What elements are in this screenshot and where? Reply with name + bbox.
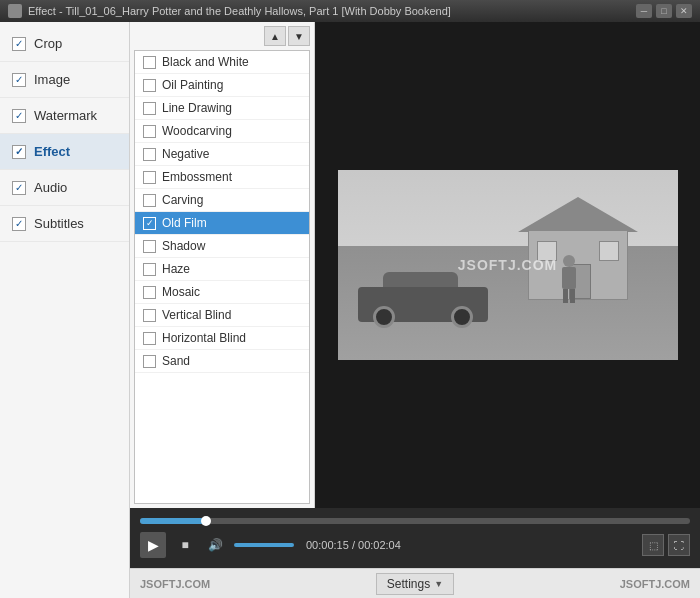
person-leg-right bbox=[570, 289, 575, 303]
scroll-up-button[interactable]: ▲ bbox=[264, 26, 286, 46]
carving-checkbox[interactable] bbox=[143, 194, 156, 207]
effect-item-black-white[interactable]: Black and White bbox=[135, 51, 309, 74]
old-film-checkbox[interactable] bbox=[143, 217, 156, 230]
effect-label-old-film: Old Film bbox=[162, 216, 207, 230]
play-button[interactable]: ▶ bbox=[140, 532, 166, 558]
volume-icon[interactable]: 🔊 bbox=[204, 534, 226, 556]
mosaic-checkbox[interactable] bbox=[143, 286, 156, 299]
effect-label-line-drawing: Line Drawing bbox=[162, 101, 232, 115]
sidebar-item-image[interactable]: Image bbox=[0, 62, 129, 98]
effect-list[interactable]: Black and White Oil Painting Line Drawin… bbox=[134, 50, 310, 504]
effect-item-vertical-blind[interactable]: Vertical Blind bbox=[135, 304, 309, 327]
fullscreen-button[interactable]: ⛶ bbox=[668, 534, 690, 556]
person-leg-left bbox=[563, 289, 568, 303]
bottom-controls: ▶ ■ 🔊 00:00:15 / 00:02:04 ⬚ ⛶ bbox=[130, 508, 700, 568]
sand-checkbox[interactable] bbox=[143, 355, 156, 368]
crop-checkbox[interactable] bbox=[12, 37, 26, 51]
sidebar-item-subtitles[interactable]: Subtitles bbox=[0, 206, 129, 242]
panel-header: ▲ ▼ bbox=[134, 26, 310, 46]
top-section: ▲ ▼ Black and White Oil Painting bbox=[130, 22, 700, 508]
negative-checkbox[interactable] bbox=[143, 148, 156, 161]
sidebar-item-crop[interactable]: Crop bbox=[0, 26, 129, 62]
shadow-checkbox[interactable] bbox=[143, 240, 156, 253]
sidebar-label-image: Image bbox=[34, 72, 70, 87]
effect-item-carving[interactable]: Carving bbox=[135, 189, 309, 212]
footer-watermark-left: JSOFTJ.COM bbox=[140, 578, 210, 590]
audio-checkbox[interactable] bbox=[12, 181, 26, 195]
title-bar: Effect - Till_01_06_Harry Potter and the… bbox=[0, 0, 700, 22]
sidebar-item-watermark[interactable]: Watermark bbox=[0, 98, 129, 134]
main-layout: Crop Image Watermark Effect Audio Subtit… bbox=[0, 22, 700, 598]
house bbox=[518, 200, 638, 300]
scroll-down-button[interactable]: ▼ bbox=[288, 26, 310, 46]
effect-label-embossment: Embossment bbox=[162, 170, 232, 184]
house-body bbox=[528, 230, 628, 300]
effect-item-woodcarving[interactable]: Woodcarving bbox=[135, 120, 309, 143]
woodcarving-checkbox[interactable] bbox=[143, 125, 156, 138]
maximize-button[interactable]: □ bbox=[656, 4, 672, 18]
effect-item-horizontal-blind[interactable]: Horizontal Blind bbox=[135, 327, 309, 350]
person-head bbox=[563, 255, 575, 267]
sidebar-label-audio: Audio bbox=[34, 180, 67, 195]
black-white-checkbox[interactable] bbox=[143, 56, 156, 69]
house-window-left bbox=[537, 241, 557, 261]
progress-fill bbox=[140, 518, 206, 524]
effect-item-old-film[interactable]: Old Film bbox=[135, 212, 309, 235]
effect-checkbox[interactable] bbox=[12, 145, 26, 159]
effect-label-oil-painting: Oil Painting bbox=[162, 78, 223, 92]
house-roof bbox=[518, 197, 638, 232]
sidebar-label-subtitles: Subtitles bbox=[34, 216, 84, 231]
effect-label-black-white: Black and White bbox=[162, 55, 249, 69]
video-preview: JSOFTJ.COM bbox=[315, 22, 700, 508]
effect-item-negative[interactable]: Negative bbox=[135, 143, 309, 166]
sidebar-label-effect: Effect bbox=[34, 144, 70, 159]
sidebar-item-audio[interactable]: Audio bbox=[0, 170, 129, 206]
effect-item-sand[interactable]: Sand bbox=[135, 350, 309, 373]
effect-item-line-drawing[interactable]: Line Drawing bbox=[135, 97, 309, 120]
close-button[interactable]: ✕ bbox=[676, 4, 692, 18]
effect-item-shadow[interactable]: Shadow bbox=[135, 235, 309, 258]
progress-bar[interactable] bbox=[140, 518, 690, 524]
effect-label-shadow: Shadow bbox=[162, 239, 205, 253]
person bbox=[560, 255, 578, 300]
progress-thumb[interactable] bbox=[201, 516, 211, 526]
sidebar-label-watermark: Watermark bbox=[34, 108, 97, 123]
volume-slider[interactable] bbox=[234, 543, 294, 547]
oil-painting-checkbox[interactable] bbox=[143, 79, 156, 92]
minimize-button[interactable]: ─ bbox=[636, 4, 652, 18]
horizontal-blind-checkbox[interactable] bbox=[143, 332, 156, 345]
footer-bar: JSOFTJ.COM Settings ▼ JSOFTJ.COM bbox=[130, 568, 700, 598]
settings-button[interactable]: Settings ▼ bbox=[376, 573, 454, 595]
effect-panel: ▲ ▼ Black and White Oil Painting bbox=[130, 22, 315, 508]
effect-label-carving: Carving bbox=[162, 193, 203, 207]
line-drawing-checkbox[interactable] bbox=[143, 102, 156, 115]
car bbox=[358, 277, 488, 322]
footer-watermark-right: JSOFTJ.COM bbox=[620, 578, 690, 590]
sidebar-item-effect[interactable]: Effect bbox=[0, 134, 129, 170]
video-area: JSOFTJ.COM bbox=[315, 22, 700, 508]
effect-label-negative: Negative bbox=[162, 147, 209, 161]
effect-item-oil-painting[interactable]: Oil Painting bbox=[135, 74, 309, 97]
content-area: ▲ ▼ Black and White Oil Painting bbox=[130, 22, 700, 598]
image-checkbox[interactable] bbox=[12, 73, 26, 87]
settings-arrow-icon: ▼ bbox=[434, 579, 443, 589]
sidebar-label-crop: Crop bbox=[34, 36, 62, 51]
effect-item-embossment[interactable]: Embossment bbox=[135, 166, 309, 189]
playback-controls: ▶ ■ 🔊 00:00:15 / 00:02:04 ⬚ ⛶ bbox=[140, 532, 690, 558]
effect-item-haze[interactable]: Haze bbox=[135, 258, 309, 281]
haze-checkbox[interactable] bbox=[143, 263, 156, 276]
effect-label-sand: Sand bbox=[162, 354, 190, 368]
person-legs bbox=[560, 289, 578, 303]
aspect-button[interactable]: ⬚ bbox=[642, 534, 664, 556]
car-wheel-front bbox=[373, 306, 395, 328]
subtitles-checkbox[interactable] bbox=[12, 217, 26, 231]
vertical-blind-checkbox[interactable] bbox=[143, 309, 156, 322]
settings-label: Settings bbox=[387, 577, 430, 591]
effect-label-vertical-blind: Vertical Blind bbox=[162, 308, 231, 322]
car-wheel-rear bbox=[451, 306, 473, 328]
time-display: 00:00:15 / 00:02:04 bbox=[306, 539, 401, 551]
embossment-checkbox[interactable] bbox=[143, 171, 156, 184]
watermark-checkbox[interactable] bbox=[12, 109, 26, 123]
stop-button[interactable]: ■ bbox=[174, 534, 196, 556]
effect-item-mosaic[interactable]: Mosaic bbox=[135, 281, 309, 304]
